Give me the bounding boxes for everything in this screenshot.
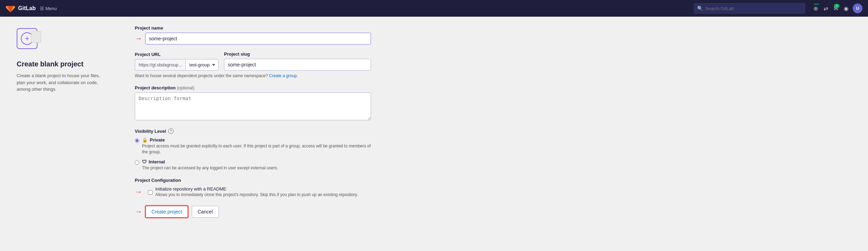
project-name-input[interactable] (145, 33, 371, 44)
menu-label: Menu (46, 6, 57, 11)
create-btn-arrow-row: → Create project (135, 205, 188, 218)
init-readme-label: Initialize repository with a README (155, 186, 358, 192)
menu-button[interactable]: ☰ Menu (40, 6, 57, 11)
activity-icon: ◉ (844, 5, 849, 12)
brand-name: GitLab (18, 5, 36, 11)
search-bar[interactable]: 🔍 (694, 3, 805, 14)
init-readme-row: → Initialize repository with a README Al… (135, 186, 371, 197)
merge-requests-icon: ⇄ (824, 5, 828, 12)
visibility-private-option: 🔒 Private Project access must be granted… (135, 137, 371, 155)
create-button[interactable]: ⊕ (812, 4, 819, 13)
visibility-private-radio[interactable] (135, 138, 139, 143)
page-description: Create a blank project to house your fil… (17, 72, 107, 93)
navbar-right: ⊕ ⇄ ✉ 3 ◉ U (812, 3, 862, 13)
url-prefix: https://gl.sbdagroup... (135, 59, 185, 71)
project-url-label: Project URL (135, 52, 218, 57)
main-area: + Create blank project Create a blank pr… (0, 14, 868, 229)
arrow-create-icon: → (135, 207, 142, 216)
init-readme-desc: Allows you to immediately clone this pro… (155, 192, 358, 197)
project-url-group: Project URL https://gl.sbdagroup... test… (135, 52, 218, 71)
plus-icon: ⊕ (813, 5, 818, 12)
visibility-label: Visibility Level (135, 129, 166, 134)
issues-button[interactable]: ✉ 3 (832, 4, 840, 13)
url-input-row: https://gl.sbdagroup... test-group (135, 59, 218, 71)
arrow-readme-icon: → (135, 187, 142, 196)
description-optional: (optional) (177, 86, 194, 90)
page-icon (31, 31, 41, 43)
hamburger-icon: ☰ (40, 6, 44, 11)
description-group: Project description (optional) (135, 85, 371, 121)
description-label: Project description (optional) (135, 85, 371, 90)
left-panel: + Create blank project Create a blank pr… (17, 25, 107, 218)
search-icon: 🔍 (697, 6, 703, 11)
init-readme-checkbox[interactable] (148, 190, 152, 195)
visibility-internal-radio[interactable] (135, 160, 139, 165)
right-panel: Project name → Project URL https://gl.sb… (135, 25, 371, 218)
project-icon: + (17, 28, 38, 49)
create-project-button[interactable]: Create project (145, 205, 188, 218)
lock-icon: 🔒 (142, 137, 148, 143)
project-name-group: Project name → (135, 25, 371, 44)
visibility-private-desc: Project access must be granted explicitl… (142, 143, 371, 155)
url-help-label: Want to house several dependent projects… (135, 73, 268, 78)
cancel-button[interactable]: Cancel (192, 206, 219, 218)
activity-button[interactable]: ◉ (842, 4, 850, 13)
create-group-link[interactable]: Create a group. (269, 73, 298, 78)
visibility-private-title: 🔒 Private (142, 137, 371, 143)
visibility-private-content: 🔒 Private Project access must be granted… (142, 137, 371, 155)
search-input[interactable] (705, 6, 802, 11)
url-namespace-select[interactable]: test-group (185, 59, 218, 71)
url-help-text: Want to house several dependent projects… (135, 73, 371, 78)
navbar: GitLab ☰ Menu 🔍 ⊕ ⇄ ✉ 3 ◉ U (0, 0, 868, 17)
visibility-help-icon[interactable]: ? (168, 128, 174, 134)
visibility-header: Visibility Level ? (135, 128, 371, 134)
project-slug-label: Project slug (224, 51, 371, 57)
brand-logo[interactable]: GitLab (6, 3, 36, 13)
plus-badge (814, 4, 819, 5)
arrow-name-icon: → (135, 34, 142, 43)
init-readme-content: Initialize repository with a README Allo… (155, 186, 358, 197)
description-input[interactable] (135, 92, 371, 120)
config-section: Project Configuration → Initialize repos… (135, 178, 371, 197)
shield-icon: 🛡 (142, 159, 147, 164)
page-title: Create blank project (17, 60, 83, 68)
project-name-row: → (135, 33, 371, 44)
project-slug-input[interactable] (224, 59, 371, 71)
visibility-internal-content: 🛡 Internal The project can be accessed b… (142, 159, 278, 171)
avatar-initials: U (856, 6, 859, 11)
issues-badge: 3 (834, 4, 840, 8)
project-name-label: Project name (135, 25, 371, 31)
merge-requests-button[interactable]: ⇄ (822, 4, 829, 13)
gitlab-logo-icon (6, 3, 15, 13)
visibility-internal-option: 🛡 Internal The project can be accessed b… (135, 159, 371, 171)
visibility-internal-title: 🛡 Internal (142, 159, 278, 164)
avatar[interactable]: U (853, 3, 862, 13)
visibility-internal-desc: The project can be accessed by any logge… (142, 165, 278, 171)
button-row: → Create project Cancel (135, 205, 371, 218)
project-slug-group: Project slug (224, 51, 371, 71)
visibility-section: Visibility Level ? 🔒 Private Project acc… (135, 128, 371, 171)
page-content: New project · Create blank project + Cre… (0, 0, 868, 229)
config-label: Project Configuration (135, 178, 371, 183)
